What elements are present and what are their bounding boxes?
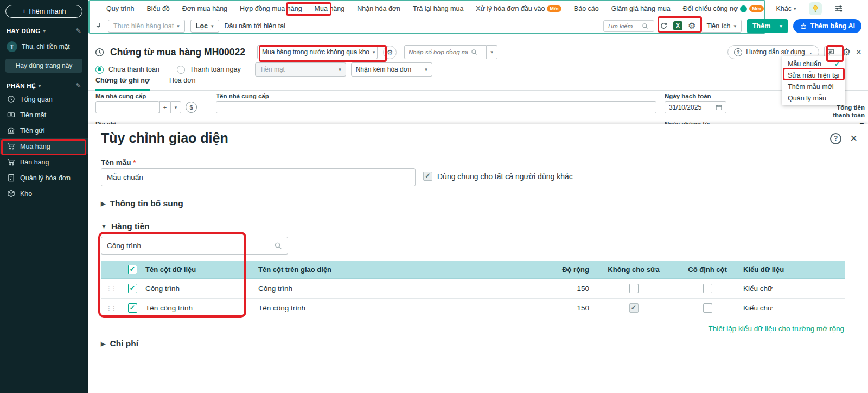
check-icon: ✓ [834, 60, 840, 68]
fixed-column-checkbox[interactable] [703, 303, 712, 313]
header-display-name: Tên cột trên giao diện [258, 265, 540, 274]
type-settings-gear-icon[interactable]: ⚙ [383, 46, 397, 59]
quick-add-button[interactable]: + Thêm nhanh [5, 5, 82, 18]
tab-don-mua-hang[interactable]: Đơn mua hàng [182, 5, 227, 12]
tab-giam-gia-hang-mua[interactable]: Giảm giá hàng mua [611, 5, 671, 12]
row-checkbox[interactable] [128, 284, 137, 293]
tab-doi-chieu-cong-no[interactable]: Đối chiếu công nợ Mới [683, 5, 764, 12]
display-name-cell[interactable]: Công trình [258, 284, 540, 293]
lightbulb-icon[interactable] [809, 2, 822, 15]
add-with-ai-button[interactable]: Thêm bằng AI [793, 19, 861, 33]
template-settings-menu: Mẫu chuẩn ✓ Sửa mẫu hiện tại Thêm mẫu mớ… [782, 56, 845, 105]
batch-action-button[interactable]: Thực hiện hàng loạt ▾ [108, 20, 185, 33]
currency-icon[interactable]: $ [186, 102, 197, 113]
display-name-cell[interactable]: Tên công trình [258, 304, 540, 312]
utilities-button[interactable]: Tiện ích ▾ [701, 20, 742, 33]
sidebar-item-warehouse[interactable]: Kho [0, 186, 88, 201]
caret-down-icon: ▾ [211, 23, 214, 29]
add-supplier-button[interactable]: + [159, 101, 170, 113]
gear-icon[interactable]: ⚙ [688, 22, 695, 30]
menu-item-manage-templates[interactable]: Quản lý mẫu [782, 92, 845, 104]
table-header-row: Tên cột dữ liệu Tên cột trên giao diện Đ… [101, 261, 845, 279]
help-circle-icon[interactable]: ? [830, 133, 841, 144]
close-icon[interactable]: × [850, 132, 857, 144]
cart-icon [7, 158, 15, 167]
refresh-icon[interactable] [660, 22, 668, 30]
tab-khac[interactable]: Khác ▾ [776, 5, 796, 12]
download-arrow-icon[interactable] [94, 22, 103, 30]
caret-down-icon: ▾ [373, 49, 375, 55]
modules-section-header[interactable]: PHÂN HỆ ▾ ✎ [0, 82, 88, 90]
share-checkbox[interactable] [423, 172, 432, 181]
data-type-cell[interactable]: Kiểu chữ [742, 304, 845, 312]
contract-number-input[interactable] [409, 49, 468, 55]
contract-caret-button[interactable]: ▾ [487, 45, 497, 59]
tab-nhan-hoa-don[interactable]: Nhận hóa đơn [357, 5, 400, 12]
tab-mua-hang[interactable]: Mua hàng [315, 5, 345, 12]
robot-icon [800, 22, 807, 30]
help-circle-icon: ? [734, 48, 742, 56]
search-input[interactable] [607, 23, 640, 29]
favorite-this-page-button[interactable]: Hay dùng trang này [5, 59, 82, 73]
tab-xu-ly-hoa-don-dau-vao[interactable]: Xử lý hóa đơn đầu vào Mới [476, 5, 561, 12]
purchase-type-select[interactable]: Mua hàng trong nước không qua kho ▾ [257, 45, 378, 59]
edit-pencil-icon[interactable]: ✎ [76, 27, 81, 35]
menu-item-edit-current-template[interactable]: Sửa mẫu hiện tại [782, 69, 845, 81]
edit-pencil-icon[interactable]: ✎ [76, 82, 81, 90]
add-button[interactable]: Thêm ▾ [747, 19, 788, 33]
data-type-cell[interactable]: Kiểu chữ [742, 284, 845, 293]
section-additional-info[interactable]: ▶ Thông tin bổ sung [101, 199, 183, 208]
tab-debit-voucher[interactable]: Chứng từ ghi nợ [95, 77, 150, 91]
favorites-section-header[interactable]: HAY DÙNG ▾ ✎ [0, 27, 88, 35]
row-checkbox[interactable] [128, 303, 137, 313]
template-gear-icon[interactable]: ⚙ [842, 47, 851, 57]
purchase-document-panel: Chứng từ mua hàng MH00022 Mua hàng trong… [88, 34, 868, 124]
tab-bieu-do[interactable]: Biểu đồ [146, 5, 169, 12]
sidebar-item-sales[interactable]: Bán hàng [0, 154, 88, 170]
sidebar-item-cash[interactable]: Tiền mặt [0, 107, 88, 123]
template-name-input[interactable]: Mẫu chuẩn [101, 168, 416, 186]
drag-handle-icon[interactable]: ⋮⋮ [101, 285, 120, 293]
supplier-caret-button[interactable]: ▾ [170, 101, 181, 113]
view-settings-icon[interactable] [834, 4, 843, 13]
tab-tra-lai-hang-mua[interactable]: Trả lại hàng mua [413, 5, 463, 12]
supplier-code-input[interactable] [95, 101, 159, 113]
no-edit-checkbox[interactable] [629, 303, 639, 313]
width-cell[interactable]: 150 [540, 284, 595, 293]
drag-handle-icon[interactable]: ⋮⋮ [101, 305, 120, 312]
payment-options-row: Chưa thanh toán Thanh toán ngay Tiền mặt… [95, 62, 432, 77]
select-all-checkbox[interactable] [128, 265, 137, 274]
supplier-name-label: Tên nhà cung cấp [216, 93, 269, 99]
section-money-rows[interactable]: ▼ Hàng tiền [101, 221, 150, 231]
history-clock-icon[interactable] [94, 47, 105, 58]
column-search-input[interactable]: Công trình [101, 237, 288, 255]
invoice-receive-select[interactable]: Nhận kèm hóa đơn ▾ [351, 62, 432, 77]
overview-icon [7, 95, 15, 104]
sidebar-item-overview[interactable]: Tổng quan [0, 91, 88, 107]
close-icon[interactable]: × [856, 47, 861, 57]
tab-hop-dong-mua-hang[interactable]: Hợp đồng mua hàng [240, 5, 302, 12]
cash-method-select[interactable]: Tiền mặt ▾ [255, 62, 346, 77]
menu-item-standard-template[interactable]: Mẫu chuẩn ✓ [782, 58, 845, 69]
favorite-item-cash[interactable]: T Thu, chi tiền mặt [0, 41, 88, 52]
sidebar-item-deposit[interactable]: Tiền gửi [0, 123, 88, 138]
chevron-down-icon: ▾ [43, 28, 46, 34]
no-edit-checkbox[interactable] [629, 284, 639, 293]
radio-pay-now[interactable] [177, 66, 185, 74]
excel-export-icon[interactable]: X [673, 21, 682, 30]
filter-button[interactable]: Lọc ▾ [190, 20, 219, 33]
section-cost[interactable]: ▶ Chi phí [101, 339, 138, 348]
tab-bao-cao[interactable]: Báo cáo [574, 5, 599, 12]
menu-item-add-new-template[interactable]: Thêm mẫu mới [782, 81, 845, 92]
supplier-name-input[interactable] [216, 101, 656, 113]
sidebar-item-invoice-management[interactable]: Quản lý hóa đơn [0, 170, 88, 186]
width-cell[interactable]: 150 [540, 304, 595, 312]
tab-invoice[interactable]: Hóa đơn [169, 77, 196, 90]
radio-unpaid[interactable] [95, 66, 104, 74]
tab-quy-trinh[interactable]: Quy trình [106, 5, 134, 12]
sidebar-item-purchase[interactable]: Mua hàng [0, 138, 88, 154]
posting-date-input[interactable]: 31/10/2025 [665, 101, 726, 113]
extended-field-type-link[interactable]: Thiết lập kiểu dữ liệu cho trường mở rộn… [709, 325, 844, 333]
period-label[interactable]: Đầu năm tới hiện tại [225, 22, 285, 30]
fixed-column-checkbox[interactable] [703, 284, 712, 293]
